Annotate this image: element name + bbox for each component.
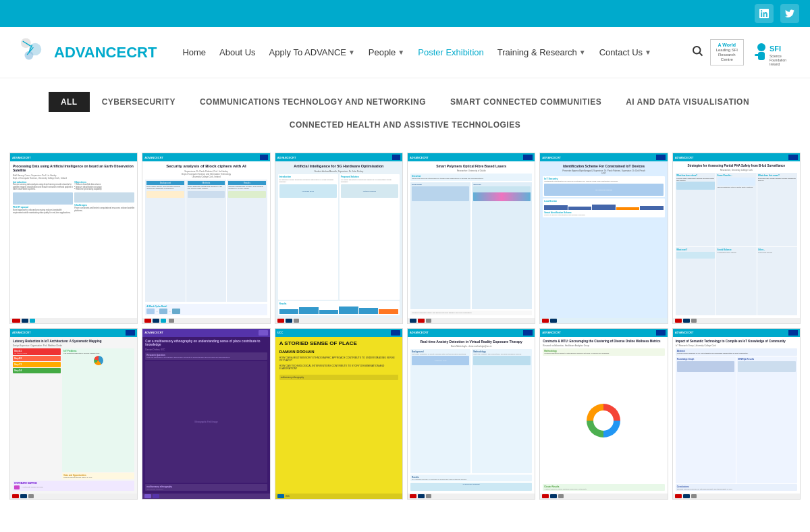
poster-10[interactable]: ADVANCECRT Real-time Anxiety Detection i… [407,328,535,500]
filter-section: ALL CYBERSECURITY COMMUNICATIONS TECHNOL… [0,78,810,142]
svg-line-7 [699,53,702,55]
svg-point-6 [693,47,701,54]
nav-poster[interactable]: Poster Exhibition [412,43,489,61]
nav-apply[interactable]: Apply To ADVANCE ▼ [264,43,360,61]
nav-about[interactable]: About Us [214,43,261,61]
filter-row-1: ALL CYBERSECURITY COMMUNICATIONS TECHNOL… [14,92,796,112]
poster-11[interactable]: ADVANCECRT Contracts & MTU: Encouraging … [539,328,668,500]
logo-area[interactable]: ADVANCECRT [14,34,157,71]
svg-point-9 [757,43,765,51]
poster-2[interactable]: ADVANCECRT Security analysis of Block ci… [142,153,270,324]
filter-comms[interactable]: COMMUNICATIONS TECHNOLOGY AND NETWORKING [188,92,438,112]
filter-ai[interactable]: AI AND DATA VISUALISATION [614,92,761,112]
poster-9[interactable]: UCC A STORIED SENSE OF PLACE DAMIAN DROH… [275,328,403,500]
header: ADVANCECRT Home About Us Apply To ADVANC… [0,27,810,78]
logo-suffix: CRT [126,44,157,61]
poster-3[interactable]: ADVANCECRT Artificial Intelligence for 5… [275,153,403,324]
poster-6[interactable]: ADVANCECRT Strategies for Assessing Part… [672,153,801,324]
search-button[interactable] [691,45,703,60]
linkedin-icon[interactable] [755,4,774,23]
nav-contact[interactable]: Contact Us ▼ [594,43,657,61]
poster-7[interactable]: ADVANCECRT Latency Reduction in IoT Arch… [9,328,138,500]
poster-1[interactable]: ADVANCECRT Processing Data using Artific… [9,153,138,324]
nav-home[interactable]: Home [177,43,211,61]
filter-all[interactable]: ALL [49,92,90,112]
apply-arrow: ▼ [348,49,355,56]
social-bar [0,0,810,27]
logo-icon [14,34,51,71]
filter-row-2: CONNECTED HEALTH AND ASSISTIVE TECHNOLOG… [277,115,533,135]
poster-12[interactable]: ADVANCECRT Impact of Semantic Technology… [672,328,801,500]
main-nav: Home About Us Apply To ADVANCE ▼ People … [177,43,691,61]
training-arrow: ▼ [579,49,586,56]
nav-people[interactable]: People ▼ [363,43,410,61]
poster-4[interactable]: ADVANCECRT Smart Polymers Optical Fibre … [407,153,535,324]
filter-cybersecurity[interactable]: CYBERSECURITY [90,92,188,112]
logo-prefix: ADVANCE [54,44,126,61]
twitter-icon[interactable] [780,4,799,23]
svg-text:SFI: SFI [770,45,781,53]
svg-rect-11 [755,54,764,56]
contact-arrow: ▼ [645,49,651,56]
sfi-logo: SFI Science Foundation Ireland [749,39,796,66]
poster-5[interactable]: ADVANCECRT Identification Scheme For Con… [539,153,668,324]
poster-8[interactable]: ADVANCECRT Can a multisensory ethnograph… [142,328,270,500]
logo-text: ADVANCECRT [54,44,157,61]
nav-training[interactable]: Training & Research ▼ [492,43,591,61]
header-right: A World Leading SFI Research Centre SFI … [691,39,796,66]
filter-health[interactable]: CONNECTED HEALTH AND ASSISTIVE TECHNOLOG… [277,115,533,135]
people-arrow: ▼ [398,49,404,56]
partner-logos: A World Leading SFI Research Centre SFI … [710,39,796,66]
world-leading-box: A World Leading SFI Research Centre [710,39,744,66]
svg-text:Ireland: Ireland [770,62,780,66]
filter-smart[interactable]: SMART CONNECTED COMMUNITIES [438,92,614,112]
poster-grid: ADVANCECRT Processing Data using Artific… [0,142,810,510]
